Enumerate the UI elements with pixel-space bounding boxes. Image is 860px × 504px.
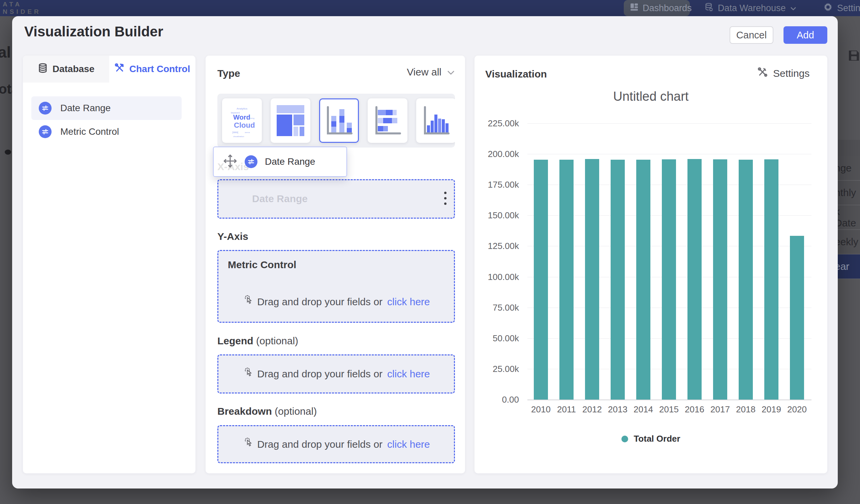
x-tick-label: 2012 <box>579 404 605 415</box>
dropzone-text: Drag and drop your fields or <box>257 296 383 307</box>
x-tick-label: 2013 <box>605 404 631 415</box>
y-tick-label: 50.00k <box>474 333 519 344</box>
nav-data-warehouse[interactable]: Data Warehouse <box>704 0 797 16</box>
screen: ATA NSIDER Dashboards Data Warehouse Set… <box>0 0 860 504</box>
dropzone-click-here-link[interactable]: click here <box>387 368 430 380</box>
add-button[interactable]: Add <box>784 26 827 44</box>
control-sliders-icon <box>39 102 52 115</box>
x-axis-ghost-field: Date Range <box>252 193 308 204</box>
svg-text:terms: terms <box>245 131 250 133</box>
x-axis-dropzone[interactable]: Date Range <box>217 179 455 219</box>
logo-line2: NSIDER <box>3 8 41 15</box>
chart-type-column[interactable] <box>416 98 455 143</box>
tab-database-label: Database <box>53 64 95 74</box>
nav-dashboards[interactable]: Dashboards <box>624 0 690 16</box>
y-tick-label: 200.00k <box>474 149 519 159</box>
database-icon <box>704 2 714 14</box>
bar-2011[interactable] <box>559 160 574 400</box>
nav-settings[interactable]: Settin <box>823 0 860 16</box>
field-item-date-range[interactable]: Date Range <box>31 96 182 120</box>
chart-type-stacked-column[interactable] <box>319 98 359 143</box>
chevron-down-icon <box>447 66 455 78</box>
bar-2015[interactable] <box>662 159 676 400</box>
dashboard-grid-icon <box>630 3 639 14</box>
modal-title: Visualization Builder <box>24 24 163 40</box>
tap-hand-icon <box>242 295 253 308</box>
nav-warehouse-label: Data Warehouse <box>718 3 786 13</box>
bar-2010[interactable] <box>534 160 548 400</box>
y-axis-dropzone[interactable]: Metric Control Drag and drop your fields… <box>217 250 455 323</box>
chart-type-strip: Analytics keyword Word mining Cloud [dat… <box>217 93 455 147</box>
bg-bullet-dot <box>5 149 11 155</box>
gridline <box>527 154 812 154</box>
svg-text:Word: Word <box>233 114 250 121</box>
cancel-button[interactable]: Cancel <box>730 26 773 44</box>
field-item-metric-control[interactable]: Metric Control <box>31 120 182 144</box>
svg-text:visualization: visualization <box>233 135 244 138</box>
chart-type-stacked-bar[interactable] <box>368 98 407 143</box>
tab-database[interactable]: Database <box>23 56 109 83</box>
chevron-down-icon <box>790 3 797 13</box>
bar-chart: 225.00k200.00k175.00k150.00k125.00k100.0… <box>474 56 827 473</box>
y-tick-label: 0.00 <box>474 394 519 405</box>
control-sliders-icon <box>39 125 52 138</box>
tab-chart-control-label: Chart Control <box>129 64 190 74</box>
tap-hand-icon <box>242 367 253 381</box>
fields-panel: Database Chart Control Date Range Metric… <box>23 56 196 473</box>
type-heading: Type <box>217 68 240 79</box>
legend-optional-label: (optional) <box>256 335 298 346</box>
field-item-label: Date Range <box>60 103 111 114</box>
bar-2020[interactable] <box>790 236 804 400</box>
save-floppy-icon[interactable] <box>847 49 860 64</box>
chart-type-word-cloud[interactable]: Analytics keyword Word mining Cloud [dat… <box>222 98 262 143</box>
y-tick-label: 225.00k <box>474 118 519 129</box>
legend-heading: Legend (optional) <box>217 335 298 347</box>
chart-legend[interactable]: Total Order <box>474 434 827 444</box>
y-tick-label: 100.00k <box>474 272 519 282</box>
x-tick-label: 2011 <box>554 404 579 415</box>
kebab-menu-icon[interactable] <box>443 192 447 205</box>
y-tick-label: 175.00k <box>474 179 519 190</box>
svg-text:[data]: [data] <box>232 131 238 134</box>
dropzone-click-here-link[interactable]: click here <box>387 438 430 450</box>
logo-line1: ATA <box>3 1 41 8</box>
legend-dropzone[interactable]: Drag and drop your fields or click here <box>217 355 455 393</box>
gear-icon <box>823 2 833 14</box>
svg-text:mining: mining <box>248 117 255 119</box>
dragged-field-chip-date-range[interactable]: Date Range <box>213 146 347 177</box>
view-all-button[interactable]: View all <box>357 66 455 78</box>
svg-text:Cloud: Cloud <box>234 121 255 129</box>
tools-icon <box>115 63 125 75</box>
y-tick-label: 125.00k <box>474 241 519 251</box>
dragged-field-label: Date Range <box>265 156 315 167</box>
breakdown-dropzone[interactable]: Drag and drop your fields or click here <box>217 425 455 463</box>
bar-2019[interactable] <box>764 159 778 400</box>
control-sliders-icon <box>245 155 257 168</box>
bar-2016[interactable] <box>687 159 702 400</box>
breakdown-optional-label: (optional) <box>275 406 317 417</box>
builder-panel: Type View all Analytics keyword Word min… <box>205 56 465 473</box>
chart-type-treemap[interactable] <box>271 98 310 143</box>
bar-2018[interactable] <box>739 160 753 400</box>
bar-2017[interactable] <box>713 159 727 400</box>
dropzone-click-here-link[interactable]: click here <box>387 296 430 307</box>
visualization-builder-modal: Visualization Builder Cancel Add Databas… <box>12 16 838 489</box>
y-zone-title: Metric Control <box>228 259 296 271</box>
x-tick-label: 2020 <box>784 404 810 415</box>
legend-color-dot <box>621 436 628 442</box>
tab-chart-control[interactable]: Chart Control <box>109 56 196 83</box>
x-tick-label: 2016 <box>682 404 707 415</box>
move-arrows-icon <box>223 154 237 170</box>
bar-2013[interactable] <box>611 160 625 400</box>
x-tick-label: 2018 <box>733 404 759 415</box>
nav-dashboards-label: Dashboards <box>643 3 692 13</box>
y-tick-label: 150.00k <box>474 210 519 221</box>
bar-2014[interactable] <box>636 160 650 400</box>
bar-2012[interactable] <box>585 159 599 400</box>
y-axis-heading: Y-Axis <box>217 231 248 242</box>
dropzone-text: Drag and drop your fields or <box>257 368 383 380</box>
dropzone-text: Drag and drop your fields or <box>257 438 383 450</box>
x-tick-label: 2017 <box>707 404 733 415</box>
y-tick-label: 75.00k <box>474 303 519 313</box>
x-tick-label: 2014 <box>631 404 656 415</box>
